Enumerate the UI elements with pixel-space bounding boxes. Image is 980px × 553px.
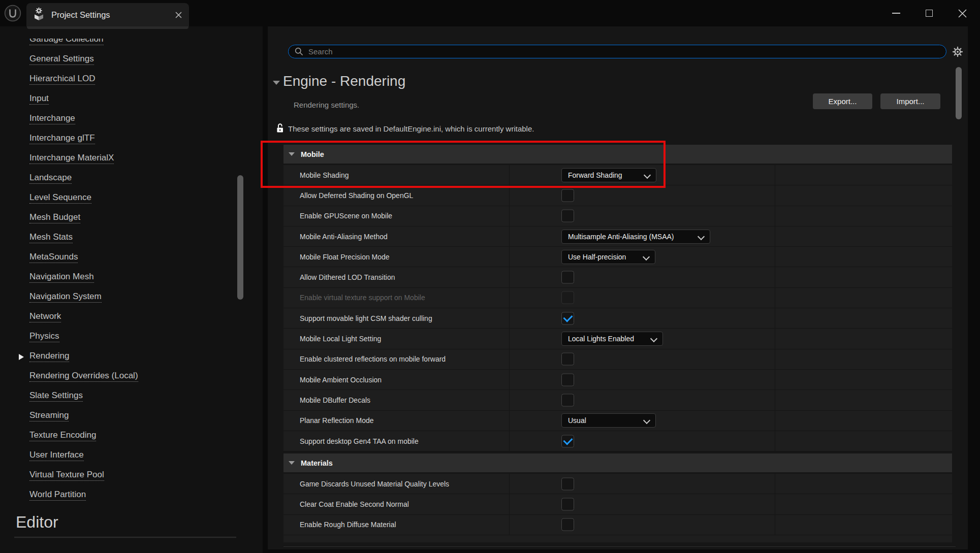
setting-row-mobile-float-precision-mode: Mobile Float Precision ModeUse Half-prec… [283,247,952,267]
sidebar-item-rendering-overrides-local[interactable]: Rendering Overrides (Local) [0,367,263,386]
sidebar-item-texture-encoding[interactable]: Texture Encoding [0,426,263,446]
project-settings-tab-icon [34,7,44,22]
settings-main-panel: Engine - Rendering Rendering settings. E… [268,26,968,549]
sidebar-item-mesh-stats[interactable]: Mesh Stats [0,228,263,248]
setting-row-enable-rough-diffuse-material: Enable Rough Diffuse Material [283,515,952,535]
setting-label: Mobile Anti-Aliasing Method [300,233,388,241]
checkbox-enable-virtual-texture-support-on-mobile[interactable] [561,291,574,304]
column-divider [775,390,775,410]
checkbox-support-movable-light-csm-shader-culling[interactable] [561,312,574,324]
sidebar-item-level-sequence[interactable]: Level Sequence [0,188,263,208]
section-title: Materials [301,459,333,467]
setting-label: Support desktop Gen4 TAA on mobile [300,437,419,445]
sidebar-scrollbar[interactable] [237,175,243,300]
column-divider [509,494,510,514]
column-divider [509,349,510,369]
sidebar-item-navigation-system[interactable]: Navigation System [0,287,263,307]
window-maximize-button[interactable] [925,9,934,18]
sidebar-item-garbage-collection[interactable]: Garbage Collection [0,39,263,50]
column-divider [509,329,510,348]
settings-sidebar: Garbage CollectionGeneral SettingsHierar… [0,26,263,553]
setting-row-game-discards-unused-material-quality-levels: Game Discards Unused Material Quality Le… [283,474,952,494]
sidebar-item-input[interactable]: Input [0,89,263,109]
collapse-arrow-icon [289,152,295,156]
sidebar-item-interchange[interactable]: Interchange [0,109,263,129]
column-divider [509,411,510,431]
setting-row-support-movable-light-csm-shader-culling: Support movable light CSM shader culling [283,308,952,329]
setting-label: Support movable light CSM shader culling [300,314,432,322]
checkbox-allow-deferred-shading-on-opengl[interactable] [561,189,574,202]
sidebar-item-interchange-materialx[interactable]: Interchange MaterialX [0,149,263,169]
dropdown-mobile-float-precision-mode[interactable]: Use Half-precision [561,250,655,264]
checkbox-mobile-dbuffer-decals[interactable] [561,394,574,406]
window-close-button[interactable] [958,9,967,18]
sidebar-item-slate-settings[interactable]: Slate Settings [0,386,263,406]
window-minimize-button[interactable] [892,9,901,18]
sidebar-item-mesh-budget[interactable]: Mesh Budget [0,208,263,228]
column-divider [775,370,775,389]
setting-row-enable-virtual-texture-support-on-mobile: Enable virtual texture support on Mobile [283,288,952,308]
sidebar-item-user-interface[interactable]: User Interface [0,446,263,466]
sidebar-item-physics[interactable]: Physics [0,327,263,347]
column-divider [775,494,775,514]
main-scrollbar[interactable] [956,67,962,119]
sidebar-item-streaming[interactable]: Streaming [0,406,263,426]
import-button[interactable]: Import... [880,93,940,109]
sidebar-item-label: Interchange [29,114,75,125]
sidebar-item-virtual-texture-pool[interactable]: Virtual Texture Pool [0,466,263,485]
column-divider [509,474,510,494]
sidebar-item-label: Garbage Collection [29,39,104,45]
selected-item-arrow-icon [19,354,24,360]
setting-row-enable-clustered-reflections-on-mobile-forward: Enable clustered reflections on mobile f… [283,349,952,370]
editor-category-heading: Editor [16,513,58,532]
sidebar-item-world-partition[interactable]: World Partition [0,485,263,505]
window-controls [892,0,967,26]
column-divider [775,267,775,287]
dropdown-mobile-local-light-setting[interactable]: Local Lights Enabled [561,332,663,346]
minimize-icon [892,13,900,14]
sidebar-item-label: User Interface [29,450,84,462]
dropdown-mobile-anti-aliasing-method[interactable]: Multisample Anti-Aliasing (MSAA) [561,230,710,244]
checkbox-enable-clustered-reflections-on-mobile-forward[interactable] [561,353,574,366]
setting-row-allow-dithered-lod-transition: Allow Dithered LOD Transition [283,267,952,287]
column-divider [509,267,510,287]
unreal-engine-logo-icon[interactable] [4,5,21,22]
setting-row-allow-deferred-shading-on-opengl: Allow Deferred Shading on OpenGL [283,185,952,206]
sidebar-item-rendering[interactable]: Rendering [0,347,263,367]
setting-row-mobile-ambient-occlusion: Mobile Ambient Occlusion [283,370,952,390]
checkbox-mobile-ambient-occlusion[interactable] [561,373,574,386]
dropdown-planar-reflection-mode[interactable]: Usual [561,413,656,428]
column-divider [775,226,775,246]
section-header-materials[interactable]: Materials [283,453,952,472]
section-title: Mobile [301,150,324,158]
section-header-mobile[interactable]: Mobile [283,145,952,164]
search-bar[interactable] [288,45,946,58]
checkmark-icon [563,312,573,322]
export-button[interactable]: Export... [813,93,872,109]
dropdown-mobile-shading[interactable]: Forward Shading [561,168,656,182]
column-divider [509,206,510,226]
checkbox-game-discards-unused-material-quality-levels[interactable] [561,477,574,490]
sidebar-item-interchange-gltf[interactable]: Interchange glTF [0,129,263,149]
sidebar-item-label: Navigation Mesh [29,272,94,283]
page-collapse-arrow-icon[interactable] [273,81,280,85]
tab-close-icon[interactable] [175,12,182,18]
sidebar-item-landscape[interactable]: Landscape [0,169,263,188]
project-settings-tab[interactable]: Project Settings [26,3,189,26]
checkbox-support-desktop-gen4-taa-on-mobile[interactable] [561,435,574,447]
sidebar-item-general-settings[interactable]: General Settings [0,50,263,70]
sidebar-item-network[interactable]: Network [0,307,263,327]
search-input[interactable] [307,47,940,56]
sidebar-item-metasounds[interactable]: MetaSounds [0,248,263,268]
sidebar-item-navigation-mesh[interactable]: Navigation Mesh [0,268,263,287]
chevron-down-icon [698,233,705,240]
unlocked-padlock-icon [276,123,284,136]
settings-gear-icon[interactable] [952,46,963,57]
checkbox-clear-coat-enable-second-normal[interactable] [561,498,574,511]
checkbox-enable-rough-diffuse-material[interactable] [561,518,574,531]
column-divider [509,165,510,185]
dropdown-value: Local Lights Enabled [568,335,634,343]
sidebar-item-hierarchical-lod[interactable]: Hierarchical LOD [0,70,263,89]
checkbox-enable-gpuscene-on-mobile[interactable] [561,210,574,222]
checkbox-allow-dithered-lod-transition[interactable] [561,271,574,284]
